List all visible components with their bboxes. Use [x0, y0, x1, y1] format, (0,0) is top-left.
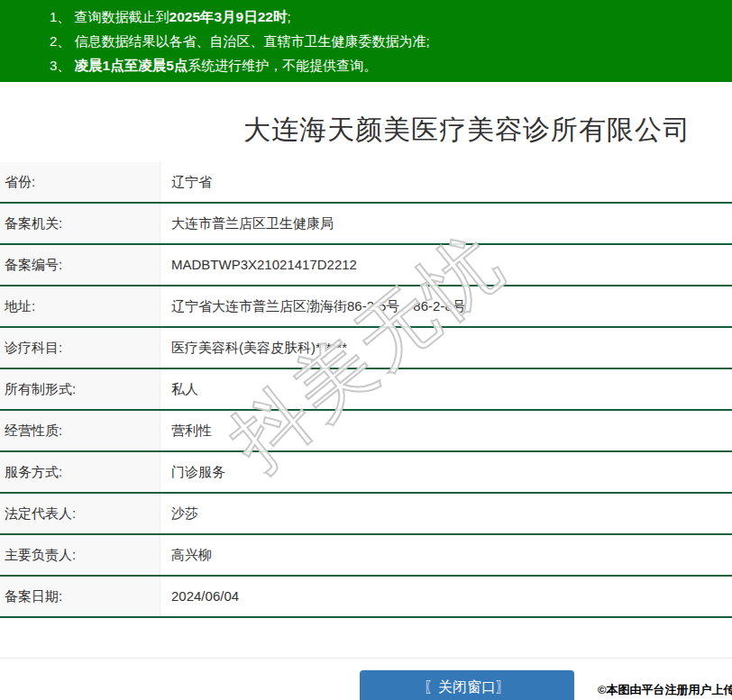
- table-row: 备案编号: MADBTWP3X21021417D2212: [0, 245, 732, 286]
- row-label: 法定代表人:: [0, 494, 160, 533]
- row-value: 辽宁省: [160, 162, 732, 202]
- notice-line-3: 3、 凌晨1点至凌晨5点系统进行维护，不能提供查询。: [0, 53, 732, 77]
- row-label: 备案机关:: [0, 204, 160, 243]
- row-label: 主要负责人:: [0, 535, 160, 575]
- row-value: 辽宁省大连市普兰店区渤海街86-2-5号、86-2-8号: [160, 286, 732, 326]
- table-row: 所有制形式: 私人: [0, 369, 732, 411]
- row-value: 私人: [160, 369, 732, 409]
- notice-text: 2、 信息数据结果以各省、自治区、直辖市卫生健康委数据为准;: [50, 33, 430, 49]
- table-row: 诊疗科目: 医疗美容科(美容皮肤科)******: [0, 328, 732, 369]
- table-row: 地址: 辽宁省大连市普兰店区渤海街86-2-5号、86-2-8号: [0, 286, 732, 328]
- close-window-button[interactable]: 〖关闭窗口〗: [360, 670, 574, 700]
- page-title: 大连海天颜美医疗美容诊所有限公司: [0, 112, 732, 148]
- notice-text-bold: 2025年3月9日22时: [169, 9, 288, 24]
- notice-text: 1、 查询数据截止到: [50, 9, 169, 24]
- row-value: 沙莎: [160, 494, 732, 533]
- notice-line-2: 2、 信息数据结果以各省、自治区、直辖市卫生健康委数据为准;: [0, 29, 732, 53]
- notice-text: 3、: [50, 58, 75, 73]
- notice-text: ;: [287, 9, 290, 24]
- row-value: 大连市普兰店区卫生健康局: [160, 204, 732, 243]
- row-label: 省份:: [0, 162, 160, 202]
- row-value: 2024/06/04: [160, 577, 732, 616]
- info-table: 省份: 辽宁省 备案机关: 大连市普兰店区卫生健康局 备案编号: MADBTWP…: [0, 162, 732, 618]
- upload-attribution-text: ©本图由平台注册用户上传: [598, 682, 732, 698]
- footer-divider: [0, 658, 732, 659]
- notice-text: 系统进行维护，不能提供查询。: [188, 58, 377, 73]
- content-container: 1、 查询数据截止到2025年3月9日22时; 2、 信息数据结果以各省、自治区…: [0, 0, 732, 700]
- row-label: 所有制形式:: [0, 369, 160, 409]
- table-row: 省份: 辽宁省: [0, 162, 732, 204]
- row-value: 高兴柳: [160, 535, 732, 575]
- row-label: 诊疗科目:: [0, 328, 160, 368]
- row-value: 营利性: [160, 411, 732, 450]
- notice-text-bold: 凌晨1点至凌晨5点: [75, 58, 188, 73]
- row-value: 医疗美容科(美容皮肤科)******: [160, 328, 732, 368]
- table-row: 法定代表人: 沙莎: [0, 494, 732, 535]
- page: 1、 查询数据截止到2025年3月9日22时; 2、 信息数据结果以各省、自治区…: [0, 0, 732, 700]
- row-value: MADBTWP3X21021417D2212: [160, 245, 732, 285]
- row-label: 备案编号:: [0, 245, 160, 285]
- row-label: 地址:: [0, 286, 160, 326]
- table-row: 备案日期: 2024/06/04: [0, 577, 732, 618]
- row-label: 服务方式:: [0, 452, 160, 492]
- notice-line-1: 1、 查询数据截止到2025年3月9日22时;: [0, 5, 732, 29]
- table-row: 主要负责人: 高兴柳: [0, 535, 732, 577]
- notice-bar: 1、 查询数据截止到2025年3月9日22时; 2、 信息数据结果以各省、自治区…: [0, 0, 732, 82]
- row-label: 备案日期:: [0, 577, 160, 616]
- row-value: 门诊服务: [160, 452, 732, 492]
- table-row: 服务方式: 门诊服务: [0, 452, 732, 494]
- row-label: 经营性质:: [0, 411, 160, 450]
- table-row: 备案机关: 大连市普兰店区卫生健康局: [0, 204, 732, 245]
- table-row: 经营性质: 营利性: [0, 411, 732, 452]
